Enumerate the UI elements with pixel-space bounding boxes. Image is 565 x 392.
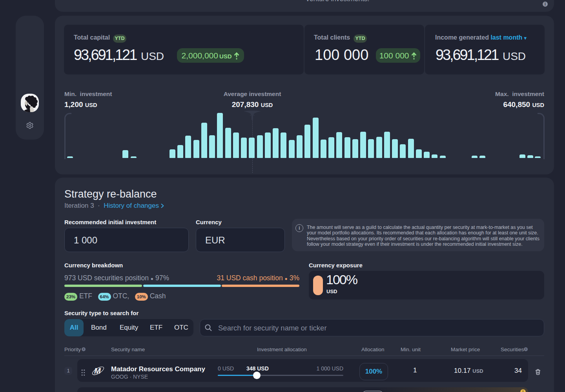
svg-text:M: M bbox=[94, 367, 101, 375]
